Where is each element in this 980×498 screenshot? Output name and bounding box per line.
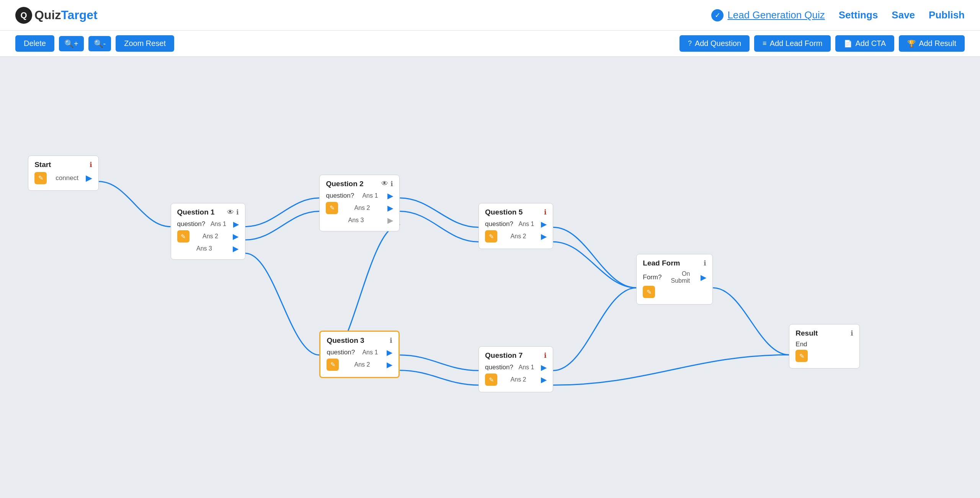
q5-edit-icon[interactable]: ✎ <box>485 230 497 242</box>
logo-quiz: Quiz <box>34 8 61 22</box>
canvas: Start ℹ ✎ connect ▶ Question 1 👁 ℹ quest… <box>0 57 980 498</box>
q2-title: Question 2 <box>326 180 363 188</box>
q7-row1: question? Ans 1 ▶ <box>485 363 547 372</box>
publish-link[interactable]: Publish <box>929 9 965 21</box>
quiz-title-link[interactable]: Lead Generation Quiz <box>727 9 825 21</box>
q1-row3: Ans 3 ▶ <box>177 244 239 253</box>
result-end: End <box>795 341 807 348</box>
q2-question: question? <box>326 192 354 200</box>
q7-question: question? <box>485 364 513 371</box>
result-row1: End <box>795 341 853 348</box>
result-info-icon[interactable]: ℹ <box>851 329 853 337</box>
q7-ans2: Ans 2 <box>511 376 526 383</box>
q1-ans3: Ans 3 <box>196 245 212 252</box>
result-row2: ✎ <box>795 350 853 362</box>
q3-edit-icon[interactable]: ✎ <box>327 359 339 371</box>
leadform-info-icon[interactable]: ℹ <box>704 259 706 267</box>
q2-row1: question? Ans 1 ▶ <box>326 191 393 200</box>
q1-row2: ✎ Ans 2 ▶ <box>177 230 239 242</box>
logo-target: Target <box>61 8 97 22</box>
start-row: ✎ connect ▶ <box>34 172 92 184</box>
quiz-title-area: ✓ Lead Generation Quiz <box>711 9 825 21</box>
q2-icons: 👁 ℹ <box>381 180 393 188</box>
q5-info-icon[interactable]: ℹ <box>544 208 547 216</box>
q2-node: Question 2 👁 ℹ question? Ans 1 ▶ ✎ Ans 2… <box>319 175 400 231</box>
q1-row1: question? Ans 1 ▶ <box>177 220 239 229</box>
add-cta-icon: 📄 <box>844 39 852 48</box>
q5-ans1: Ans 1 <box>518 221 534 228</box>
q5-node: Question 5 ℹ question? Ans 1 ▶ ✎ Ans 2 ▶ <box>479 203 553 249</box>
add-question-icon: ? <box>688 39 692 48</box>
header: Q QuizTarget ✓ Lead Generation Quiz Sett… <box>0 0 980 31</box>
q2-ans2: Ans 2 <box>354 205 370 211</box>
q7-node: Question 7 ℹ question? Ans 1 ▶ ✎ Ans 2 ▶ <box>479 346 553 392</box>
add-cta-button[interactable]: 📄 Add CTA <box>835 35 894 52</box>
start-edit-icon[interactable]: ✎ <box>34 172 47 184</box>
header-right: ✓ Lead Generation Quiz Settings Save Pub… <box>711 9 965 21</box>
q2-header: Question 2 👁 ℹ <box>326 180 393 188</box>
q1-title: Question 1 <box>177 208 215 216</box>
q3-row1: question? Ans 1 ▶ <box>327 348 392 357</box>
result-title: Result <box>795 329 818 337</box>
q1-ans2: Ans 2 <box>203 233 218 240</box>
q7-header: Question 7 ℹ <box>485 351 547 360</box>
delete-button[interactable]: Delete <box>15 35 54 52</box>
q2-ans3: Ans 3 <box>348 217 364 224</box>
q5-row1: question? Ans 1 ▶ <box>485 220 547 229</box>
toolbar-right: ? Add Question ≡ Add Lead Form 📄 Add CTA… <box>679 35 965 52</box>
q5-row2: ✎ Ans 2 ▶ <box>485 230 547 242</box>
leadform-row2: ✎ <box>643 286 706 298</box>
start-node: Start ℹ ✎ connect ▶ <box>28 156 99 191</box>
q1-info-icon[interactable]: ℹ <box>236 208 239 216</box>
start-connect: connect <box>56 174 78 182</box>
zoom-reset-button[interactable]: Zoom Reset <box>116 35 174 52</box>
q2-eye-icon[interactable]: 👁 <box>381 180 388 188</box>
zoom-in-button[interactable]: 🔍+ <box>59 36 84 51</box>
q3-node: Question 3 ℹ question? Ans 1 ▶ ✎ Ans 2 ▶ <box>319 331 400 378</box>
q1-icons: 👁 ℹ <box>227 208 239 216</box>
add-result-icon: 🏆 <box>907 39 916 48</box>
q3-title: Question 3 <box>327 336 364 345</box>
start-info-icon[interactable]: ℹ <box>90 161 92 169</box>
result-node: Result ℹ End ✎ <box>789 324 860 369</box>
toolbar: Delete 🔍+ 🔍- Zoom Reset ? Add Question ≡… <box>0 31 980 57</box>
q5-title: Question 5 <box>485 208 523 216</box>
q2-edit-icon[interactable]: ✎ <box>326 202 338 214</box>
q3-info-icon[interactable]: ℹ <box>390 336 392 345</box>
add-result-button[interactable]: 🏆 Add Result <box>899 35 965 52</box>
add-question-button[interactable]: ? Add Question <box>679 35 750 52</box>
logo-icon: Q <box>15 7 32 24</box>
q5-header: Question 5 ℹ <box>485 208 547 216</box>
q7-info-icon[interactable]: ℹ <box>544 351 547 360</box>
connections-svg <box>0 57 980 498</box>
q7-edit-icon[interactable]: ✎ <box>485 374 497 386</box>
q1-node: Question 1 👁 ℹ question? Ans 1 ▶ ✎ Ans 2… <box>171 203 245 260</box>
q1-ans1: Ans 1 <box>211 221 226 228</box>
leadform-question: Form? <box>643 274 662 281</box>
q1-edit-icon[interactable]: ✎ <box>177 230 189 242</box>
logo: Q QuizTarget <box>15 7 98 24</box>
q2-ans1: Ans 1 <box>362 192 378 199</box>
q2-info-icon[interactable]: ℹ <box>390 180 393 188</box>
start-node-header: Start ℹ <box>34 161 92 169</box>
leadform-row1: Form? OnSubmit ▶ <box>643 270 706 284</box>
leadform-edit-icon[interactable]: ✎ <box>643 286 655 298</box>
check-icon: ✓ <box>711 9 724 21</box>
q1-question: question? <box>177 220 206 228</box>
leadform-ans1: OnSubmit <box>671 270 690 284</box>
result-edit-icon[interactable]: ✎ <box>795 350 808 362</box>
q5-question: question? <box>485 220 513 228</box>
add-lead-form-button[interactable]: ≡ Add Lead Form <box>754 35 831 52</box>
q3-ans1: Ans 1 <box>362 349 378 356</box>
zoom-out-button[interactable]: 🔍- <box>88 36 111 51</box>
q7-title: Question 7 <box>485 351 523 360</box>
settings-link[interactable]: Settings <box>839 9 878 21</box>
q2-row3: Ans 3 ▶ <box>326 216 393 225</box>
q5-ans2: Ans 2 <box>511 233 526 240</box>
q1-eye-icon[interactable]: 👁 <box>227 208 234 216</box>
q1-header: Question 1 👁 ℹ <box>177 208 239 216</box>
q3-row2: ✎ Ans 2 ▶ <box>327 359 392 371</box>
leadform-title: Lead Form <box>643 259 680 267</box>
q2-row2: ✎ Ans 2 ▶ <box>326 202 393 214</box>
save-link[interactable]: Save <box>892 9 915 21</box>
